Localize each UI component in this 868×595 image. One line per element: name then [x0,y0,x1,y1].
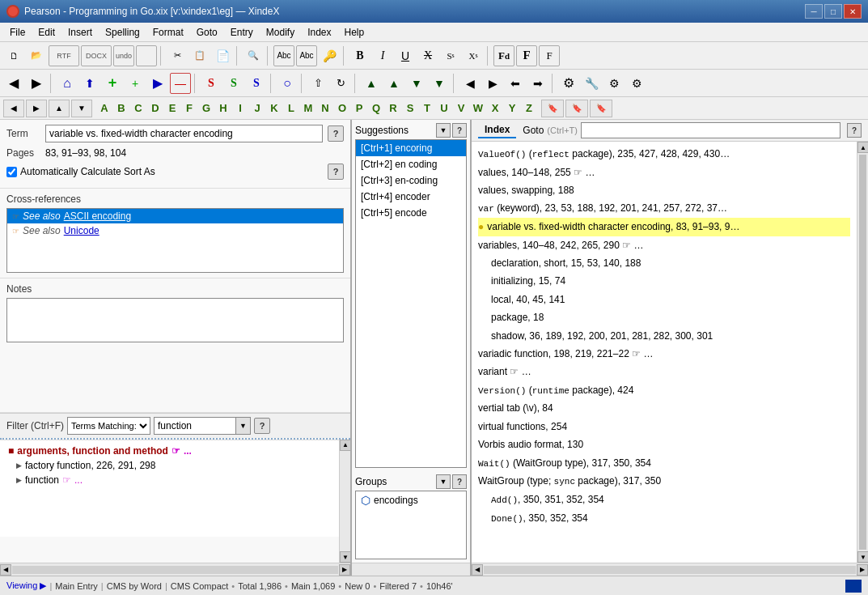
back-button[interactable]: ◀ [3,73,24,94]
down-button[interactable]: ▼ [406,73,427,94]
index-entry-11[interactable]: variadic function, 198, 219, 221–22 ☞ … [478,345,850,363]
undo-button[interactable] [136,45,157,66]
alpha-B[interactable]: B [113,100,129,117]
alpha-H[interactable]: H [215,100,231,117]
group-item-0[interactable]: ⬡ encodings [356,491,466,509]
gear-button[interactable]: ⚙ [558,73,579,94]
open-button[interactable]: 📂 [26,45,47,66]
index-entry-14[interactable]: vertial tab (\v), 84 [478,399,850,417]
nav-l2-button[interactable]: ⬅ [505,73,526,94]
left-hscroll-left[interactable]: ◀ [0,564,11,576]
superscript-button[interactable]: Ss [440,45,461,66]
index-entry-0[interactable]: ValueOf() (reflect package), 235, 427, 4… [478,145,850,164]
down2-button[interactable]: ▼ [429,73,450,94]
suggestion-item-2[interactable]: [Ctrl+3] en-coding [356,172,466,189]
strikethrough-button[interactable]: X [417,45,438,66]
open-rtf-button[interactable]: RTF [49,45,79,66]
nav-add2-button[interactable]: + [125,73,146,94]
term-help-button[interactable]: ? [328,125,344,142]
italic-button[interactable]: I [372,45,393,66]
oval-button[interactable]: ○ [277,73,298,94]
open-docx-button[interactable]: DOCX [81,45,112,66]
index-entry-2[interactable]: values, swapping, 188 [478,181,850,199]
suggestion-item-4[interactable]: [Ctrl+5] encode [356,205,466,221]
groups-help-button[interactable]: ? [452,474,467,489]
menu-modify[interactable]: Modify [260,25,301,40]
alpha-M[interactable]: M [300,100,316,117]
index-tab[interactable]: Index [478,122,516,138]
filter-item-1[interactable]: ▶ factory function, 226, 291, 298 [3,458,336,473]
nav4-button[interactable]: ↻ [330,73,351,94]
alpha-F[interactable]: F [181,100,197,117]
up-button[interactable]: ▲ [361,73,382,94]
left-hscroll-right[interactable]: ▶ [339,564,350,576]
groups-dropdown-button[interactable]: ▼ [436,474,451,489]
filter-dropdown-button[interactable]: ▼ [235,418,250,434]
minimize-button[interactable]: ─ [805,4,823,19]
index-scroll-up[interactable]: ▲ [857,142,868,153]
menu-index[interactable]: Index [301,25,337,40]
menu-entry[interactable]: Entry [224,25,260,40]
alpha-L[interactable]: L [283,100,299,117]
alpha-J[interactable]: J [249,100,265,117]
alpha-N[interactable]: N [317,100,333,117]
nav3-button[interactable]: ⇧ [307,73,328,94]
subscript-button[interactable]: Xs [463,45,484,66]
filter-item-2[interactable]: ▶ function ☞ ... [3,473,336,487]
index-entry-19[interactable]: Add(), 350, 351, 352, 354 [478,491,850,509]
alpha-bookmark2[interactable]: 🔖 [565,100,588,117]
delete-button[interactable]: — [170,73,191,94]
menu-goto[interactable]: Goto [190,25,224,40]
index-entry-13[interactable]: Version() (runtime package), 424 [478,381,850,400]
auto-sort-help-button[interactable]: ? [328,164,344,180]
alpha-E[interactable]: E [164,100,180,117]
alpha-Z[interactable]: Z [521,100,537,117]
index-entry-6[interactable]: declaration, short, 15, 53, 140, 188 [478,254,850,272]
crossref-item-0[interactable]: ☞ See also ASCII encoding [7,209,343,223]
nav-add-button[interactable]: + [102,73,123,94]
nav-up2-button[interactable]: ⬆ [79,73,100,94]
save-button[interactable]: undo [113,45,134,66]
suggestions-dropdown-button[interactable]: ▼ [436,123,451,138]
alpha-G[interactable]: G [198,100,214,117]
forward-button[interactable]: ▶ [26,73,47,94]
index-entry-8[interactable]: local, 40, 45, 141 [478,291,850,308]
paste-button[interactable]: 📄 [212,45,233,66]
index-entry-15[interactable]: virtual functions, 254 [478,418,850,436]
magic-button[interactable]: 🔑 [319,45,340,66]
font3-button[interactable]: F [539,45,560,66]
suggestions-help-button[interactable]: ? [452,123,467,138]
alpha-Q[interactable]: Q [368,100,384,117]
alpha-Y[interactable]: Y [504,100,520,117]
alpha-V[interactable]: V [453,100,469,117]
s-green-button[interactable]: S [223,73,244,94]
menu-format[interactable]: Format [146,25,190,40]
nav-r2-button[interactable]: ➡ [527,73,548,94]
filter-help-button[interactable]: ? [254,418,270,434]
find-button[interactable]: 🔍 [243,45,264,66]
index-hscroll-right[interactable]: ▶ [857,564,868,576]
alpha-U[interactable]: U [436,100,452,117]
alpha-bookmark1[interactable]: 🔖 [541,100,564,117]
menu-edit[interactable]: Edit [32,25,61,40]
suggestion-item-1[interactable]: [Ctrl+2] en coding [356,156,466,172]
index-entry-17[interactable]: Wait() (WaitGroup type), 317, 350, 354 [478,454,850,473]
suggestion-item-3[interactable]: [Ctrl+4] encoder [356,189,466,205]
spellcheck-button[interactable]: Abc [273,45,294,66]
alpha-down-button[interactable]: ▼ [71,100,92,117]
alpha-next-button[interactable]: ▶ [26,100,47,117]
filter-item-0[interactable]: ■ arguments, function and method ☞ ... [3,444,336,458]
underline-button[interactable]: U [395,45,416,66]
goto-input[interactable] [581,122,840,138]
alpha-T[interactable]: T [419,100,435,117]
index-help-button[interactable]: ? [847,123,862,138]
filter-input[interactable] [155,420,235,431]
alpha-K[interactable]: K [266,100,282,117]
index-scroll-thumb[interactable] [859,155,866,550]
auto-sort-checkbox[interactable] [6,167,17,177]
term-input[interactable] [45,125,323,142]
close-button[interactable]: ✕ [844,4,862,19]
cut-button[interactable]: ✂ [167,45,188,66]
index-entry-1[interactable]: values, 140–148, 255 ☞ … [478,164,850,181]
filter-mode-select[interactable]: Terms Matching: [67,417,150,435]
